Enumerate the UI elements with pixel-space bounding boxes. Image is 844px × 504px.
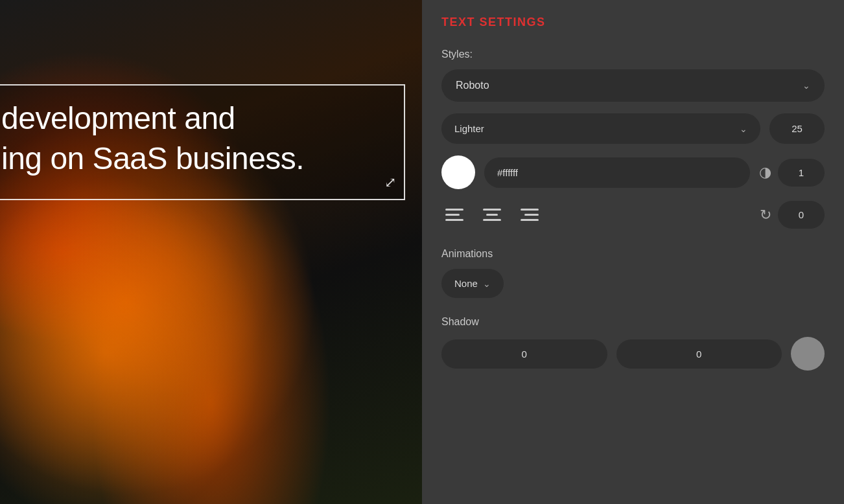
opacity-input[interactable]: 1 [778, 159, 825, 187]
shadow-color-swatch[interactable] [791, 337, 825, 371]
align-center-line3 [483, 219, 501, 221]
styles-label: Styles: [441, 49, 825, 60]
animations-dropdown[interactable]: None ⌄ [441, 269, 504, 298]
align-center-button[interactable] [479, 205, 505, 225]
rotate-section: ↻ 0 [760, 201, 825, 229]
animations-label: Animations [441, 248, 825, 260]
opacity-icon: ◑ [759, 164, 771, 181]
align-center-line2 [486, 214, 498, 216]
chevron-down-icon-anim: ⌄ [483, 279, 491, 289]
font-size-input[interactable]: 25 [769, 113, 825, 144]
color-row: #ffffff ◑ 1 [441, 155, 825, 189]
font-weight-dropdown[interactable]: Lighter ⌄ [441, 113, 760, 144]
shadow-row: 0 0 [441, 337, 825, 371]
rotate-input[interactable]: 0 [778, 201, 825, 229]
align-buttons [441, 205, 751, 225]
font-family-dropdown[interactable]: Roboto ⌄ [441, 69, 825, 102]
settings-panel: TEXT SETTINGS Styles: Roboto ⌄ Lighter ⌄… [422, 0, 844, 504]
align-left-line3 [445, 219, 463, 221]
chevron-down-icon: ⌄ [803, 80, 810, 91]
chevron-down-icon-weight: ⌄ [740, 124, 747, 134]
align-right-line1 [521, 209, 539, 211]
move-cursor-icon: ⤢ [384, 174, 396, 191]
color-swatch[interactable] [441, 155, 475, 189]
panel-title: TEXT SETTINGS [441, 16, 825, 29]
align-row: ↻ 0 [441, 201, 825, 229]
weight-size-row: Lighter ⌄ 25 [441, 113, 825, 144]
shadow-label: Shadow [441, 316, 825, 328]
fire-overlay [0, 0, 422, 504]
opacity-section: ◑ 1 [759, 159, 825, 187]
shadow-x-input[interactable]: 0 [441, 339, 607, 369]
align-left-line2 [445, 214, 460, 216]
align-right-line3 [521, 219, 539, 221]
canvas-area: development and ing on SaaS business. ⤢ [0, 0, 422, 504]
animations-value: None [454, 278, 478, 289]
canvas-text-line1: development and [1, 98, 394, 139]
font-family-value: Roboto [456, 80, 489, 91]
rotate-icon[interactable]: ↻ [760, 207, 771, 223]
text-selection-box[interactable]: development and ing on SaaS business. ⤢ [0, 84, 405, 200]
align-right-button[interactable] [517, 205, 543, 225]
shadow-y-input[interactable]: 0 [616, 339, 782, 369]
canvas-text: development and ing on SaaS business. [1, 98, 394, 179]
font-weight-value: Lighter [454, 123, 484, 134]
align-left-button[interactable] [441, 205, 467, 225]
align-left-line1 [445, 209, 463, 211]
color-hex-input[interactable]: #ffffff [484, 157, 750, 188]
align-right-line2 [524, 214, 539, 216]
align-center-line1 [483, 209, 501, 211]
canvas-text-line2: ing on SaaS business. [1, 139, 394, 179]
